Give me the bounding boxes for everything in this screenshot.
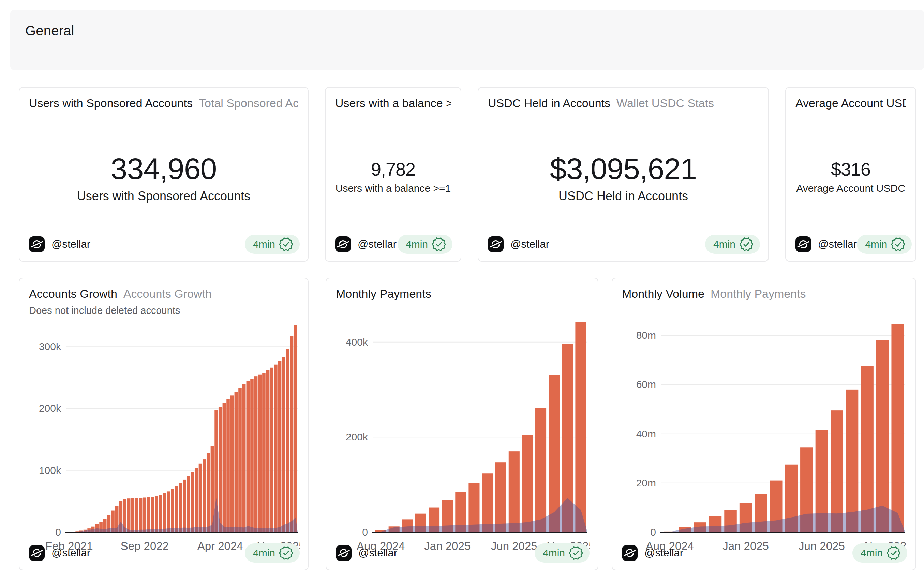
verified-seal-icon <box>569 546 583 560</box>
freshness-badge[interactable]: 4min <box>857 235 912 254</box>
widget-title[interactable]: Monthly Payments <box>336 287 431 301</box>
monthly-payments-chart[interactable]: 0200k400kAug 2024Jan 2025Jun 2025Nov 202… <box>336 321 589 562</box>
freshness-badge[interactable]: 4min <box>705 235 760 254</box>
widget-title[interactable]: USDC Held in Accounts <box>488 96 610 110</box>
widget-title[interactable]: Users with Sponsored Accounts <box>29 96 193 110</box>
stat-label: USDC Held in Accounts <box>478 189 768 203</box>
author-link[interactable]: @stellar <box>336 545 397 561</box>
svg-text:200k: 200k <box>346 431 368 443</box>
author-link[interactable]: @stellar <box>29 545 90 561</box>
general-header-panel: General <box>10 10 924 70</box>
stat-value: $3,095,621 <box>478 152 768 186</box>
freshness-text: 4min <box>253 547 275 559</box>
verified-seal-icon <box>279 237 293 251</box>
stellar-logo-icon <box>795 236 811 252</box>
freshness-text: 4min <box>406 238 428 250</box>
widget-title[interactable]: Average Account USDC <box>795 96 906 110</box>
freshness-text: 4min <box>865 238 887 250</box>
svg-text:40m: 40m <box>636 428 656 440</box>
author-handle: @stellar <box>644 547 683 559</box>
svg-text:300k: 300k <box>39 341 61 352</box>
author-handle: @stellar <box>818 238 857 250</box>
svg-text:200k: 200k <box>39 403 61 414</box>
verified-seal-icon <box>887 546 901 560</box>
stellar-logo-icon <box>335 236 351 252</box>
author-link[interactable]: @stellar <box>622 545 683 561</box>
author-handle: @stellar <box>51 547 90 559</box>
stat-value: 334,960 <box>20 152 308 186</box>
author-link[interactable]: @stellar <box>488 236 549 252</box>
widget-subtitle: Monthly Payments <box>711 287 806 301</box>
stat-card-balance-users: Users with a balance >=1... 9,782 Users … <box>325 87 461 262</box>
verified-seal-icon <box>891 237 905 251</box>
svg-text:0: 0 <box>55 526 61 537</box>
author-link[interactable]: @stellar <box>335 236 396 252</box>
stat-card-usdc-held: USDC Held in Accounts Wallet USDC Stats … <box>478 87 769 262</box>
chart-card-monthly-volume: Monthly Volume Monthly Payments 020m40m6… <box>612 278 916 570</box>
stellar-logo-icon <box>622 545 638 561</box>
freshness-badge[interactable]: 4min <box>535 544 589 562</box>
widget-subtitle: Accounts Growth <box>124 287 212 301</box>
svg-text:60m: 60m <box>636 379 656 390</box>
stat-label: Average Account USDC <box>786 182 916 194</box>
freshness-text: 4min <box>713 238 736 250</box>
author-handle: @stellar <box>358 547 397 559</box>
freshness-badge[interactable]: 4min <box>245 235 300 254</box>
svg-text:0: 0 <box>362 526 368 537</box>
stat-label: Users with a balance >=1 <box>326 182 460 194</box>
author-handle: @stellar <box>51 238 90 250</box>
stellar-logo-icon <box>29 545 45 561</box>
widget-subtitle: Total Sponsored Accounts <box>199 96 298 110</box>
verified-seal-icon <box>739 237 753 251</box>
chart-note: Does not include deleted accounts <box>29 305 180 316</box>
stat-card-average-usdc: Average Account USDC W... $316 Average A… <box>785 87 916 262</box>
accounts-growth-chart[interactable]: 0100k200k300kFeb 2021Sep 2022Apr 2024Nov… <box>29 321 300 562</box>
widget-subtitle: Wallet USDC Stats <box>617 96 714 110</box>
svg-text:20m: 20m <box>636 477 656 489</box>
freshness-badge[interactable]: 4min <box>852 544 907 562</box>
stellar-logo-icon <box>29 236 45 252</box>
svg-text:400k: 400k <box>346 336 368 348</box>
stat-card-sponsored-accounts: Users with Sponsored Accounts Total Spon… <box>19 87 309 262</box>
freshness-text: 4min <box>861 547 883 559</box>
stellar-logo-icon <box>336 545 351 561</box>
svg-text:0: 0 <box>650 526 656 537</box>
chart-card-monthly-payments: Monthly Payments 0200k400kAug 2024Jan 20… <box>326 278 598 570</box>
author-link[interactable]: @stellar <box>29 236 90 252</box>
page-title: General <box>25 23 74 38</box>
svg-text:100k: 100k <box>39 465 61 476</box>
widget-title[interactable]: Accounts Growth <box>29 287 117 301</box>
stat-label: Users with Sponsored Accounts <box>20 189 308 203</box>
author-handle: @stellar <box>510 238 549 250</box>
freshness-text: 4min <box>543 547 565 559</box>
author-handle: @stellar <box>358 238 396 250</box>
monthly-volume-chart[interactable]: 020m40m60m80mAug 2024Jan 2025Jun 2025Nov… <box>622 321 907 562</box>
freshness-text: 4min <box>253 238 275 250</box>
svg-text:80m: 80m <box>636 329 656 341</box>
freshness-badge[interactable]: 4min <box>398 235 452 254</box>
widget-title[interactable]: Users with a balance >=1... <box>335 96 451 110</box>
freshness-badge[interactable]: 4min <box>245 544 300 562</box>
stat-value: 9,782 <box>326 159 460 180</box>
stat-value: $316 <box>786 159 916 180</box>
verified-seal-icon <box>432 237 446 251</box>
author-link[interactable]: @stellar <box>795 236 857 252</box>
verified-seal-icon <box>279 546 293 560</box>
stellar-logo-icon <box>488 236 503 252</box>
widget-title[interactable]: Monthly Volume <box>622 287 705 301</box>
chart-card-accounts-growth: Accounts Growth Accounts Growth Does not… <box>19 278 309 570</box>
